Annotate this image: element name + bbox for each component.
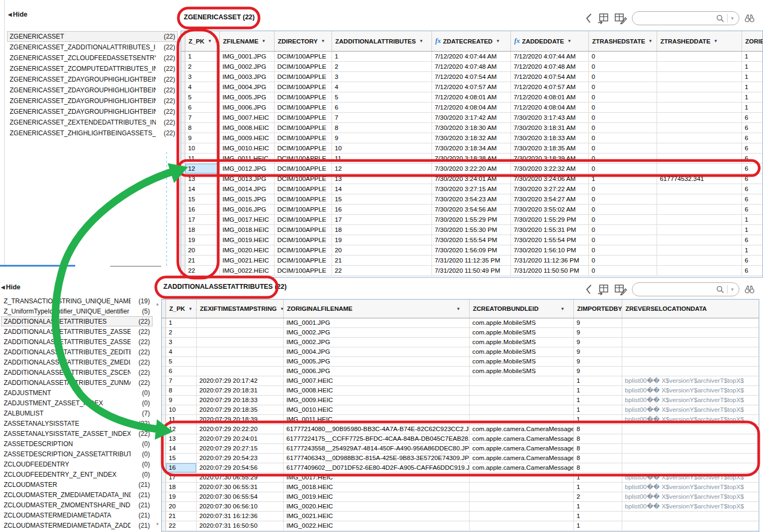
column-header[interactable]: fxZDATECREATED▼ <box>432 31 511 51</box>
table-cell[interactable]: 17 <box>166 473 197 482</box>
table-cell[interactable]: 18 <box>166 483 197 492</box>
row-selector-cell[interactable] <box>181 62 185 71</box>
table-cell[interactable]: IMG_0022.HEIC <box>220 266 275 275</box>
table-cell[interactable]: 0 <box>589 62 657 71</box>
table-cell[interactable]: 1 <box>332 52 432 61</box>
table-cell[interactable]: 11 <box>185 154 220 163</box>
sidebar-table-item[interactable]: ZADDITIONALASSETATTRIBUTES_ZMEDIAMETAD..… <box>1 357 153 367</box>
column-header[interactable]: ZCREATORBUNDLEID▼ <box>470 300 574 318</box>
table-cell[interactable] <box>622 521 759 530</box>
table-cell[interactable]: 20 <box>166 502 197 511</box>
sidebar-table-item[interactable]: ZGENERICASSET(22) <box>7 31 178 42</box>
table-cell[interactable]: 2020:07:29 20:54:56 <box>197 463 284 472</box>
table-cell[interactable]: IMG_0011.HEIC <box>220 154 275 163</box>
table-cell[interactable]: 6 <box>742 143 763 153</box>
table-cell[interactable]: IMG_0007.HEIC <box>284 376 470 385</box>
table-cell[interactable]: 2020:07:30 06:55:31 <box>197 483 284 492</box>
row-selector-cell[interactable] <box>181 82 185 92</box>
table-cell[interactable]: DCIM/100APPLE <box>275 103 332 112</box>
table-cell[interactable]: DCIM/100APPLE <box>275 82 332 92</box>
table-cell[interactable]: 8 <box>332 123 432 133</box>
table-cell[interactable]: 61777243558__254929A7-4814-450F-A490-956… <box>284 444 470 453</box>
row-selector-cell[interactable] <box>181 194 185 204</box>
sidebar-table-item[interactable]: ZGENERICASSET_ZCOMPUTEDATTRIBUTES_INDEX(… <box>7 63 178 74</box>
table-row[interactable]: 152020:07:29 20:54:2361777406343__0D988B… <box>162 454 759 463</box>
table-cell[interactable]: 7/30/2020 1:56:09 PM <box>432 245 511 255</box>
table-cell[interactable]: 7 <box>166 376 197 385</box>
table-cell[interactable]: 15 <box>332 194 432 204</box>
table-cell[interactable]: com.apple.MobileSMS <box>470 328 574 337</box>
search-input[interactable] <box>639 285 716 294</box>
table-cell[interactable]: 19 <box>332 235 432 245</box>
table-row[interactable]: 15IMG_0015.JPGDCIM/100APPLE157/30/2020 3… <box>181 194 762 205</box>
table-cell[interactable]: 7/30/2020 3:24:01 AM <box>432 174 511 184</box>
table-cell[interactable]: 20 <box>185 245 220 255</box>
table-cell[interactable] <box>197 318 284 327</box>
table-cell[interactable]: 10 <box>166 405 197 414</box>
table-cell[interactable]: 61777224175__CCFF7725-BFDC-4CAA-84BA-DB0… <box>284 434 470 443</box>
table-cell[interactable]: 6 <box>742 205 763 214</box>
table-cell[interactable]: 16 <box>332 205 432 214</box>
table-row[interactable]: 8IMG_0008.HEICDCIM/100APPLE87/30/2020 3:… <box>181 123 762 133</box>
filter-dropdown-icon[interactable]: ▼ <box>649 39 653 43</box>
table-cell[interactable]: 7/30/2020 3:17:42 AM <box>432 113 511 122</box>
table-cell[interactable]: 6 <box>742 113 763 122</box>
table-cell[interactable]: 0 <box>589 133 657 143</box>
table-row[interactable]: 16IMG_0016.JPGDCIM/100APPLE167/30/2020 3… <box>181 205 762 215</box>
table-cell[interactable]: 6 <box>185 103 220 112</box>
table-cell[interactable]: 7/30/2020 3:27:22 AM <box>511 184 589 194</box>
table-cell[interactable]: 13 <box>332 174 432 184</box>
table-row[interactable]: 162020:07:29 20:54:5661777409602__D071DF… <box>162 463 759 473</box>
table-cell[interactable]: 0 <box>589 113 657 122</box>
bottom-hide-button[interactable]: ◀ Hide <box>1 283 20 291</box>
table-row[interactable]: 11IMG_0011.HEICDCIM/100APPLE117/30/2020 … <box>181 154 762 164</box>
row-selector-cell[interactable] <box>162 357 166 366</box>
scrollbar-up-icon[interactable]: ▲ <box>155 302 160 307</box>
table-row[interactable]: 6IMG_0006.JPGDCIM/100APPLE67/12/2020 4:0… <box>181 103 762 113</box>
table-cell[interactable]: IMG_0010.HEIC <box>220 143 275 153</box>
table-cell[interactable]: DCIM/100APPLE <box>275 164 332 173</box>
sidebar-table-item[interactable]: ZCLOUDMASTER_ZMEDIAMETADATA_INDEX(21) <box>1 490 153 500</box>
table-cell[interactable]: com.apple.camera.CameraMessagesApp <box>470 434 574 443</box>
table-cell[interactable]: 7/30/2020 3:18:35 AM <box>511 143 589 153</box>
table-cell[interactable]: IMG_0017.HEIC <box>284 473 470 482</box>
grid-edit-icon[interactable] <box>614 13 627 24</box>
filter-dropdown-icon[interactable]: ▼ <box>567 39 572 43</box>
table-cell[interactable]: bplist00�� X$versionY$archiverT$topX$ <box>622 376 759 385</box>
table-cell[interactable]: IMG_0004.JPG <box>220 82 275 92</box>
table-cell[interactable]: DCIM/100APPLE <box>275 256 332 265</box>
table-row[interactable]: 4IMG_0004.JPGcom.apple.MobileSMS9 <box>162 347 759 357</box>
table-cell[interactable]: 7/30/2020 3:54:23 AM <box>432 194 511 204</box>
table-cell[interactable]: 7/12/2020 4:07:54 AM <box>511 72 589 82</box>
table-cell[interactable]: DCIM/100APPLE <box>275 245 332 255</box>
table-cell[interactable]: 9 <box>574 328 622 337</box>
filter-dropdown-icon[interactable]: ▼ <box>560 307 565 311</box>
filter-dropdown-icon[interactable]: ▼ <box>321 39 325 43</box>
table-cell[interactable]: IMG_0016.JPG <box>220 205 275 214</box>
row-selector-cell[interactable] <box>181 174 185 184</box>
table-cell[interactable]: 2020:07:29 20:18:31 <box>197 386 284 395</box>
table-cell[interactable]: 16 <box>185 205 220 214</box>
table-cell[interactable]: 7/30/2020 1:55:29 PM <box>511 215 589 224</box>
row-selector-cell[interactable] <box>181 205 185 214</box>
table-cell[interactable] <box>622 357 759 366</box>
table-cell[interactable]: 0 <box>589 184 657 194</box>
table-row[interactable]: 21IMG_0021.HEICDCIM/100APPLE217/31/2020 … <box>181 256 762 266</box>
search-input[interactable] <box>639 14 716 23</box>
table-cell[interactable] <box>657 82 742 92</box>
table-cell[interactable]: IMG_0004.JPG <box>284 347 470 356</box>
table-cell[interactable]: 7/30/2020 3:17:43 AM <box>511 113 589 122</box>
table-cell[interactable]: IMG_0009.HEIC <box>220 133 275 143</box>
row-selector-cell[interactable] <box>181 72 185 82</box>
table-cell[interactable]: 1 <box>574 386 622 395</box>
chevron-icon[interactable] <box>585 13 593 24</box>
table-cell[interactable]: 2 <box>574 492 622 501</box>
binoculars-icon[interactable] <box>744 13 755 23</box>
row-selector-cell[interactable] <box>181 154 185 163</box>
table-row[interactable]: 142020:07:29 20:27:1561777243558__254929… <box>162 444 759 454</box>
table-cell[interactable]: DCIM/100APPLE <box>275 184 332 194</box>
table-cell[interactable]: IMG_0006.JPG <box>284 367 470 376</box>
row-selector-cell[interactable] <box>162 328 166 337</box>
table-cell[interactable]: 7/30/2020 3:18:30 AM <box>432 123 511 133</box>
column-header[interactable]: fxZADDEDDATE▼ <box>511 31 589 51</box>
